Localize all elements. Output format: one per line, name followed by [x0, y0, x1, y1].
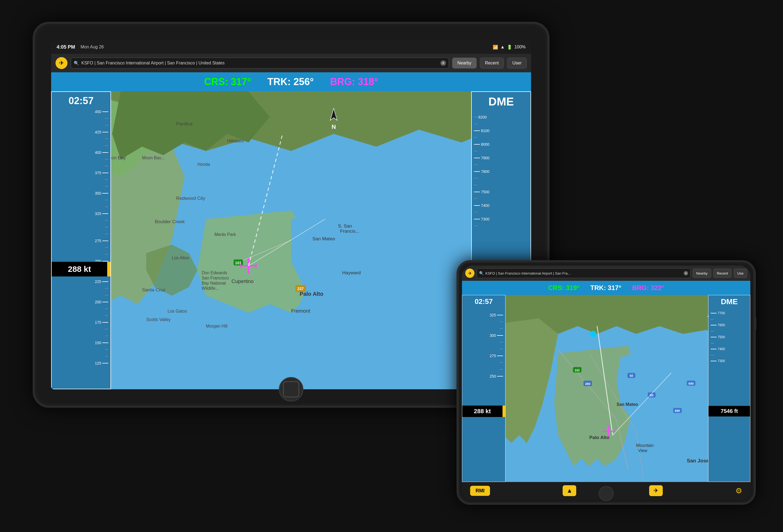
svg-point-62: [590, 331, 596, 337]
svg-text:237: 237: [297, 287, 304, 291]
phone-alt-7300: 7300: [709, 358, 750, 364]
recent-button[interactable]: Recent: [480, 58, 504, 68]
tape-tick-minor: [52, 176, 111, 183]
svg-text:Palo Alto: Palo Alto: [589, 435, 609, 440]
tablet-nav-bar: ✈ 🔍 KSFO | San Francisco International A…: [51, 54, 531, 72]
phone-speed-indicator: 288 kt: [462, 406, 505, 417]
phone-home-button[interactable]: [599, 486, 614, 501]
phone-recent-button[interactable]: Recent: [713, 269, 731, 278]
phone-power-button[interactable]: [754, 317, 756, 330]
svg-text:S. San: S. San: [338, 223, 352, 229]
phone-map-view[interactable]: 101 280 92 84 680: [505, 295, 708, 482]
phone-elapsed-time: 02:57: [475, 295, 493, 308]
settings-gear-icon[interactable]: ⚙: [735, 486, 742, 495]
phone-tape-300: 300: [462, 332, 505, 339]
phone-altitude-panel: DME 7700 7600 7546 ft 7500 7400 7300: [708, 295, 750, 482]
phone-dme-label: DME: [721, 295, 738, 308]
plane-icon: ✈: [654, 487, 658, 494]
svg-text:92: 92: [630, 374, 633, 377]
tape-tick-450: 450: [52, 108, 111, 115]
svg-text:Morgan Hill: Morgan Hill: [206, 324, 227, 328]
tape-tick-275: 275: [52, 237, 111, 244]
tape-tick-125: 125: [52, 360, 111, 366]
airspeed-panel: 02:57 450 425 400 375: [51, 91, 111, 389]
tape-tick-350: 350: [52, 190, 111, 197]
speed-indicator: 288 kt: [52, 262, 111, 276]
tablet-search-bar[interactable]: 🔍 KSFO | San Francisco International Air…: [71, 58, 449, 68]
phone-alt-7700: 7700: [709, 310, 750, 316]
search-clear-button[interactable]: ✕: [440, 60, 446, 66]
svg-text:Hillsboro: Hillsboro: [227, 139, 244, 143]
phone-altitude-tape: 7700 7600 7546 ft 7500 7400 7300: [709, 310, 750, 482]
tape-tick-375: 375: [52, 169, 111, 176]
speed-tape: 450 425 400 375 350: [52, 108, 111, 389]
rmi-button[interactable]: RMI: [470, 486, 490, 496]
alt-tick-minor: [472, 181, 531, 188]
dme-label: DME: [488, 92, 514, 111]
alt-tick-minor: [472, 161, 531, 168]
plane-icon-button[interactable]: ✈: [649, 485, 663, 496]
phone-alt-minor: [709, 328, 750, 334]
svg-text:Los Gatos: Los Gatos: [167, 309, 187, 313]
brg-display: BRG: 318°: [330, 76, 378, 88]
phone-search-bar[interactable]: 🔍 KSFO | San Francisco International Air…: [477, 268, 690, 278]
svg-text:Redwood City: Redwood City: [176, 195, 206, 201]
tape-tick-minor: [52, 353, 111, 360]
phone-alt-minor: [709, 316, 750, 322]
tape-tick-minor: [52, 183, 111, 190]
phone-search-clear[interactable]: ✕: [684, 271, 688, 275]
phone-alt-minor: [709, 352, 750, 358]
trk-display: TRK: 256°: [268, 76, 314, 88]
map-svg: 101: [111, 91, 471, 389]
phone-tape-minor: [462, 339, 505, 345]
tablet-status-icons: 📶 ▲ 🔋 100%: [493, 44, 526, 50]
alt-tick-minor: [472, 147, 531, 155]
tablet-home-button[interactable]: [279, 377, 303, 401]
tape-tick-minor: [52, 251, 111, 258]
alt-tick-minor: [472, 195, 531, 202]
phone-alt-7500: 7500: [709, 334, 750, 340]
svg-text:880: 880: [675, 409, 680, 412]
svg-text:Bay National: Bay National: [201, 281, 226, 286]
navigation-icon: ▲: [566, 487, 572, 494]
nav-icon-button[interactable]: ▲: [563, 485, 576, 496]
phone-user-button[interactable]: Use: [734, 269, 747, 278]
alt-tick-7800: 7800: [472, 168, 531, 175]
phone-tape-minor: [462, 318, 505, 325]
phone-instrument-row: 02:57 325 300 288 kt 275 250: [462, 295, 750, 482]
tape-tick-175: 175: [52, 319, 111, 326]
svg-text:Wildlife...: Wildlife...: [201, 286, 219, 291]
phone-tape-250: 250: [462, 373, 505, 379]
phone-alt-7600: 7600: [709, 322, 750, 328]
svg-text:San Jose: San Jose: [687, 458, 708, 464]
tape-tick-minor: [52, 292, 111, 298]
map-view[interactable]: 101: [111, 91, 471, 389]
svg-text:N: N: [332, 124, 336, 130]
crs-display: CRS: 317°: [204, 76, 251, 88]
alt-tick-minor: [472, 222, 531, 229]
svg-text:Honda: Honda: [197, 162, 210, 167]
tape-tick-minor: [52, 285, 111, 292]
svg-text:View: View: [638, 448, 647, 453]
svg-text:Francis...: Francis...: [340, 228, 359, 234]
app-icon[interactable]: ✈: [56, 57, 67, 69]
tape-tick-400: 400: [52, 149, 111, 156]
tablet-date: Mon Aug 26: [81, 44, 104, 49]
alt-tick-7500: 7500: [472, 188, 531, 195]
tape-tick-425: 425: [52, 129, 111, 135]
phone-screen: ✈ 🔍 KSFO | San Francisco International A…: [462, 266, 750, 499]
tape-tick-minor: [52, 224, 111, 231]
svg-text:Mountain: Mountain: [636, 443, 654, 448]
svg-text:Don Edwards: Don Edwards: [201, 270, 227, 275]
alt-tick-minor: [472, 134, 531, 141]
tape-tick-minor: [52, 115, 111, 122]
phone-tape-minor: [462, 366, 505, 373]
phone-nearby-button[interactable]: Nearby: [693, 269, 711, 278]
tape-tick-minor: [52, 135, 111, 142]
signal-icon: ▲: [500, 44, 505, 49]
svg-text:101: 101: [574, 369, 580, 372]
phone-tape-minor: [462, 325, 505, 332]
nearby-button[interactable]: Nearby: [452, 58, 477, 68]
flight-data-header: CRS: 317° TRK: 256° BRG: 318°: [51, 72, 531, 91]
user-button[interactable]: User: [507, 58, 527, 68]
